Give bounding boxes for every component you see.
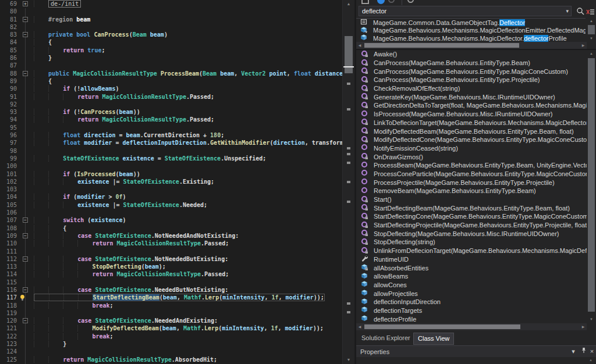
pin-icon[interactable] bbox=[580, 346, 588, 358]
expand-region-icon[interactable]: + bbox=[23, 1, 28, 6]
code-line[interactable]: 124 bbox=[0, 348, 342, 355]
code-line[interactable]: 93 if (!CanProcess(beam)) bbox=[0, 108, 342, 116]
properties-panel-header[interactable]: Properties ▾ × bbox=[356, 345, 596, 358]
code-line[interactable]: 97 float modifier = deflectionInputDirec… bbox=[0, 139, 342, 147]
collapse-region-icon[interactable]: − bbox=[23, 71, 28, 76]
code-line[interactable]: 98 bbox=[0, 147, 342, 155]
code-editor[interactable]: 69+ de-/init8081− #region beam8283− priv… bbox=[0, 0, 342, 364]
member-item[interactable]: deflectionTargets bbox=[356, 306, 587, 315]
member-item[interactable]: GetDirectionDeltaToTarget(float, MageGam… bbox=[356, 101, 587, 110]
scroll-up-arrow-icon[interactable]: ▲ bbox=[587, 19, 596, 24]
scroll-down-arrow-icon[interactable]: ▼ bbox=[587, 317, 596, 322]
member-item[interactable]: ProcessConeParticle(MageGame.Behaviours.… bbox=[356, 170, 587, 179]
search-icon[interactable] bbox=[576, 7, 585, 18]
scroll-left-arrow-icon[interactable]: ◀ bbox=[356, 323, 363, 330]
member-item[interactable]: CanProcess(MageGame.Behaviours.EntityTyp… bbox=[356, 59, 587, 67]
scroll-right-arrow-icon[interactable]: ▶ bbox=[580, 323, 587, 330]
code-line[interactable]: 105 existence |= StateOfExistence.Needed… bbox=[0, 201, 342, 209]
tab-class-view[interactable]: Class View bbox=[413, 333, 454, 345]
code-line[interactable]: 95 bbox=[0, 124, 342, 131]
member-item[interactable]: deflectorProfile bbox=[356, 315, 587, 323]
code-line[interactable]: 103 bbox=[0, 185, 342, 193]
member-item[interactable]: RuntimeUID bbox=[356, 255, 587, 264]
member-item[interactable]: CanProcess(MageGame.Behaviours.EntityTyp… bbox=[356, 67, 587, 76]
code-line[interactable]: 113 StopDeflecting(beam); bbox=[0, 263, 342, 270]
code-line[interactable]: 87 bbox=[0, 62, 342, 69]
code-line[interactable]: 119 bbox=[0, 309, 342, 317]
scroll-left-arrow-icon[interactable]: ◀ bbox=[356, 42, 363, 49]
code-line[interactable]: 99 StateOfExistence existence = StateOfE… bbox=[0, 155, 342, 162]
search-result-row[interactable]: MageGame.Behaviours.Mechanisms.MagicDefl… bbox=[356, 34, 586, 42]
code-line[interactable]: 96 float direction = beam.CurrentDirecti… bbox=[0, 131, 342, 139]
code-line[interactable]: 107− switch (existence) bbox=[0, 216, 342, 224]
code-line[interactable]: 94 return MagicCollisionResultType.Passe… bbox=[0, 116, 342, 123]
member-item[interactable]: CanProcess(MageGame.Behaviours.EntityTyp… bbox=[356, 76, 587, 84]
member-item[interactable]: StartDeflectingBeam(MageGame.Behaviours.… bbox=[356, 204, 587, 212]
results-horizontal-scrollbar[interactable]: ◀ ▶ bbox=[356, 42, 587, 49]
member-item[interactable]: allowBeams bbox=[356, 272, 587, 281]
window-menu-chevron-icon[interactable]: ▾ bbox=[569, 346, 577, 358]
members-hscrollbar-thumb[interactable] bbox=[364, 324, 520, 329]
code-line[interactable]: 92 bbox=[0, 101, 342, 108]
scroll-up-arrow-icon[interactable]: ▲ bbox=[587, 51, 596, 56]
code-line[interactable]: 83− private bool CanProcess(Beam beam) bbox=[0, 31, 342, 38]
member-item[interactable]: allowProjectiles bbox=[356, 289, 587, 298]
code-line[interactable]: 123 } bbox=[0, 340, 342, 348]
member-item[interactable]: StartDeflectingCone(MageGame.Behaviours.… bbox=[356, 212, 587, 221]
code-line[interactable]: 88− public MagicCollisionResultType Proc… bbox=[0, 70, 342, 77]
member-item[interactable]: StopDeflecting(MageGame.Behaviours.Misc.… bbox=[356, 229, 587, 238]
code-line[interactable]: 81− #region beam bbox=[0, 16, 342, 23]
code-line[interactable]: 69+ de-/init bbox=[0, 0, 342, 8]
code-line[interactable]: 102 existence |= StateOfExistence.Existi… bbox=[0, 178, 342, 185]
close-icon[interactable]: × bbox=[588, 346, 596, 358]
results-hscrollbar-thumb[interactable] bbox=[364, 43, 519, 48]
member-item[interactable]: LinkToDeflecionTarget(MageGame.Behaviour… bbox=[356, 119, 587, 127]
code-line[interactable]: 90 if (!allowBeams) bbox=[0, 85, 342, 92]
code-line[interactable]: 114 return MagicCollisionResultType.Pass… bbox=[0, 270, 342, 278]
code-line[interactable]: 109− case StateOfExistence.NotNeededAndN… bbox=[0, 232, 342, 240]
code-line[interactable]: 122 break; bbox=[0, 333, 342, 340]
scroll-up-arrow-icon[interactable]: ▲ bbox=[343, 1, 354, 7]
scroll-right-arrow-icon[interactable]: ▶ bbox=[580, 42, 587, 49]
member-item[interactable]: ProcessProjectile(MageGame.Behaviours.En… bbox=[356, 178, 587, 187]
search-input[interactable] bbox=[359, 6, 562, 16]
member-item[interactable]: ModifyDeflectedCone(MageGame.Behaviours.… bbox=[356, 135, 587, 144]
member-item[interactable]: NotifyEmissionCeased(string) bbox=[356, 144, 587, 153]
code-line[interactable]: 125 return MagicCollisionResultType.Abso… bbox=[0, 356, 342, 363]
collapse-region-icon[interactable]: − bbox=[23, 217, 28, 223]
code-line[interactable]: 106 bbox=[0, 209, 342, 216]
code-line[interactable]: 89 { bbox=[0, 77, 342, 85]
scroll-down-arrow-icon[interactable]: ▼ bbox=[587, 36, 596, 41]
search-settings-icon[interactable] bbox=[586, 8, 595, 18]
properties-scroll-arrow-icon[interactable]: ▲ bbox=[589, 358, 593, 362]
results-vertical-scrollbar[interactable]: ▲ ▼ bbox=[587, 18, 596, 42]
member-item[interactable]: allAbsorbedEntities bbox=[356, 263, 587, 272]
member-item[interactable]: OnDrawGizmos() bbox=[356, 152, 587, 161]
collapse-region-icon[interactable]: − bbox=[23, 318, 28, 323]
members-vertical-scrollbar[interactable]: ▲ ▼ bbox=[587, 50, 596, 323]
code-line[interactable]: 101 if (IsProcessed(beam)) bbox=[0, 170, 342, 178]
member-item[interactable]: CheckRemovalOfEffect(string) bbox=[356, 84, 587, 93]
member-item[interactable]: deflectionInputDirection bbox=[356, 298, 587, 306]
code-line-current[interactable]: 117 StartDeflectingBeam(beam, Mathf.Lerp… bbox=[0, 294, 342, 301]
tab-solution-explorer[interactable]: Solution Explorer bbox=[357, 333, 414, 344]
member-item[interactable]: Awake() bbox=[356, 50, 587, 59]
editor-vertical-scrollbar[interactable]: ▲ ▼ bbox=[342, 0, 354, 364]
back-circle-icon[interactable] bbox=[377, 0, 385, 4]
code-line[interactable]: 104 if (modifier > 0f) bbox=[0, 193, 342, 201]
code-line[interactable]: 86 } bbox=[0, 54, 342, 62]
results-scrollbar-thumb[interactable] bbox=[588, 25, 595, 34]
window-icon[interactable] bbox=[361, 0, 369, 4]
code-line[interactable]: 80 bbox=[0, 8, 342, 15]
code-line[interactable]: 115 bbox=[0, 279, 342, 286]
collapse-region-icon[interactable]: − bbox=[23, 287, 28, 292]
code-line[interactable]: 91 return MagicCollisionResultType.Passe… bbox=[0, 93, 342, 101]
member-item[interactable]: RemoveBeam(MageGame.Behaviours.EntityTyp… bbox=[356, 187, 587, 195]
code-line[interactable]: 121 ModifyDeflectedBeam(beam, Mathf.Lerp… bbox=[0, 324, 342, 332]
members-scrollbar-thumb[interactable] bbox=[588, 58, 595, 312]
search-box[interactable]: ▾ bbox=[359, 6, 572, 16]
member-item[interactable]: Start() bbox=[356, 195, 587, 204]
member-item[interactable]: GenerateKey(MageGame.Behaviours.Misc.IRu… bbox=[356, 92, 587, 101]
member-item[interactable]: StopDeflecting(string) bbox=[356, 238, 587, 247]
editor-scrollbar-thumb[interactable] bbox=[345, 36, 353, 73]
